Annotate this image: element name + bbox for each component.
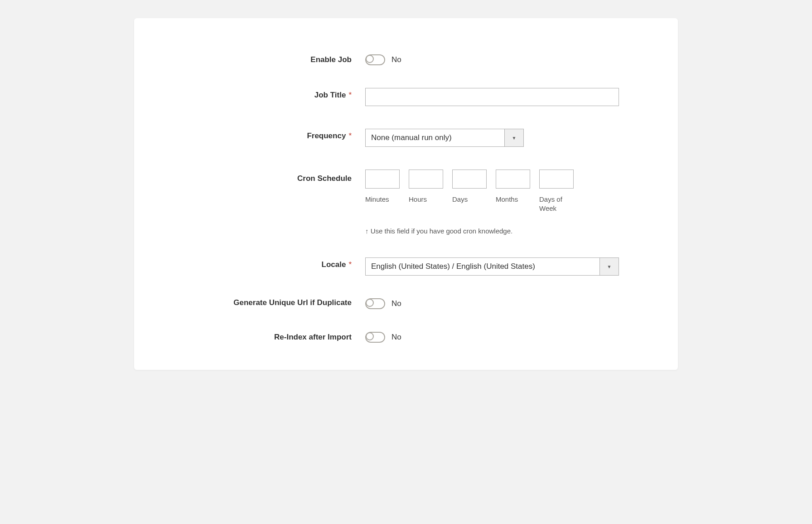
reindex-label: Re-Index after Import bbox=[175, 332, 365, 342]
settings-card: Enable Job No Job Title* Frequency* None… bbox=[134, 18, 678, 370]
enable-job-label: Enable Job bbox=[175, 54, 365, 64]
job-title-label: Job Title* bbox=[175, 88, 365, 100]
cron-days-input[interactable] bbox=[452, 170, 487, 189]
locale-select[interactable]: English (United States) / English (Unite… bbox=[365, 257, 619, 276]
cron-schedule-label: Cron Schedule bbox=[175, 170, 365, 183]
cron-months-input[interactable] bbox=[496, 170, 530, 189]
locale-label: Locale* bbox=[175, 257, 365, 269]
chevron-down-icon: ▼ bbox=[599, 258, 619, 275]
field-unique-url: Generate Unique Url if Duplicate No bbox=[175, 298, 637, 309]
cron-hours-label: Hours bbox=[409, 195, 443, 204]
reindex-value: No bbox=[392, 333, 401, 342]
cron-months-label: Months bbox=[496, 195, 530, 204]
cron-days-label: Days bbox=[452, 195, 487, 204]
chevron-down-icon: ▼ bbox=[504, 129, 523, 146]
job-title-input[interactable] bbox=[365, 88, 619, 106]
reindex-toggle[interactable] bbox=[365, 332, 385, 343]
unique-url-label: Generate Unique Url if Duplicate bbox=[175, 298, 365, 307]
cron-dow-label: Days of Week bbox=[539, 195, 574, 213]
field-enable-job: Enable Job No bbox=[175, 54, 637, 65]
cron-hours-input[interactable] bbox=[409, 170, 443, 189]
locale-selected-text: English (United States) / English (Unite… bbox=[366, 258, 599, 275]
frequency-select[interactable]: None (manual run only) ▼ bbox=[365, 129, 524, 147]
frequency-selected-text: None (manual run only) bbox=[366, 129, 504, 146]
unique-url-toggle[interactable] bbox=[365, 298, 385, 309]
cron-minutes-input[interactable] bbox=[365, 170, 400, 189]
field-cron-schedule: Cron Schedule Minutes Hours Days Months bbox=[175, 170, 637, 235]
field-reindex: Re-Index after Import No bbox=[175, 332, 637, 343]
cron-dow-input[interactable] bbox=[539, 170, 574, 189]
field-locale: Locale* English (United States) / Englis… bbox=[175, 257, 637, 276]
frequency-label: Frequency* bbox=[175, 129, 365, 141]
enable-job-value: No bbox=[392, 55, 401, 64]
field-job-title: Job Title* bbox=[175, 88, 637, 106]
enable-job-toggle[interactable] bbox=[365, 54, 385, 65]
unique-url-value: No bbox=[392, 299, 401, 308]
cron-note: ↑ Use this field if you have good cron k… bbox=[365, 227, 637, 235]
cron-minutes-label: Minutes bbox=[365, 195, 400, 204]
field-frequency: Frequency* None (manual run only) ▼ bbox=[175, 129, 637, 147]
